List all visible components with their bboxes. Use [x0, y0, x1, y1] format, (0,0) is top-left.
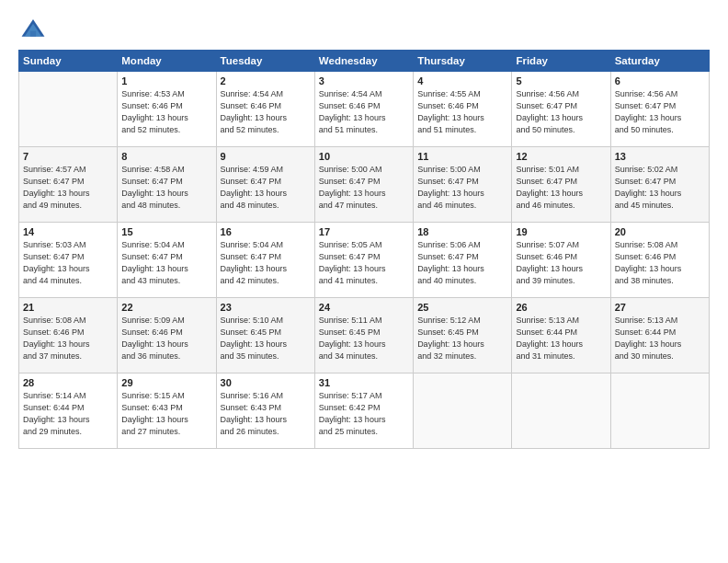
day-content: Sunrise: 5:17 AM Sunset: 6:42 PM Dayligh…: [319, 390, 409, 438]
day-content: Sunrise: 5:00 AM Sunset: 6:47 PM Dayligh…: [417, 164, 507, 212]
day-number: 20: [615, 226, 705, 237]
day-number: 28: [23, 377, 113, 388]
calendar-cell: 28Sunrise: 5:14 AM Sunset: 6:44 PM Dayli…: [19, 373, 118, 449]
day-content: Sunrise: 5:16 AM Sunset: 6:43 PM Dayligh…: [221, 390, 311, 438]
calendar-table: SundayMondayTuesdayWednesdayThursdayFrid…: [18, 50, 710, 449]
calendar-cell: 17Sunrise: 5:05 AM Sunset: 6:47 PM Dayli…: [314, 223, 413, 298]
day-content: Sunrise: 4:56 AM Sunset: 6:47 PM Dayligh…: [615, 88, 705, 136]
day-content: Sunrise: 4:56 AM Sunset: 6:47 PM Dayligh…: [516, 88, 606, 136]
day-number: 9: [221, 151, 311, 162]
day-content: Sunrise: 4:54 AM Sunset: 6:46 PM Dayligh…: [221, 88, 311, 136]
calendar-cell: 22Sunrise: 5:09 AM Sunset: 6:46 PM Dayli…: [118, 298, 216, 373]
calendar-cell: 15Sunrise: 5:04 AM Sunset: 6:47 PM Dayli…: [118, 223, 216, 298]
day-number: 5: [516, 75, 606, 86]
day-content: Sunrise: 5:07 AM Sunset: 6:46 PM Dayligh…: [516, 239, 606, 287]
calendar-cell: 9Sunrise: 4:59 AM Sunset: 6:47 PM Daylig…: [216, 147, 314, 223]
calendar-cell: 20Sunrise: 5:08 AM Sunset: 6:46 PM Dayli…: [610, 223, 709, 298]
calendar-cell: [512, 373, 610, 449]
day-number: 6: [615, 75, 705, 86]
day-number: 3: [319, 75, 409, 86]
day-number: 11: [417, 151, 507, 162]
calendar-cell: [414, 373, 512, 449]
day-content: Sunrise: 5:04 AM Sunset: 6:47 PM Dayligh…: [121, 239, 211, 287]
day-content: Sunrise: 4:59 AM Sunset: 6:47 PM Dayligh…: [221, 164, 311, 212]
day-number: 31: [319, 377, 409, 388]
day-number: 21: [23, 302, 113, 313]
day-number: 18: [417, 226, 507, 237]
header-day-wednesday: Wednesday: [314, 51, 413, 72]
logo-icon: [20, 17, 46, 42]
logo: [18, 17, 50, 42]
day-content: Sunrise: 5:08 AM Sunset: 6:46 PM Dayligh…: [615, 239, 705, 287]
calendar-cell: 31Sunrise: 5:17 AM Sunset: 6:42 PM Dayli…: [314, 373, 413, 449]
day-number: 26: [516, 302, 606, 313]
day-content: Sunrise: 5:14 AM Sunset: 6:44 PM Dayligh…: [23, 390, 113, 438]
day-content: Sunrise: 5:11 AM Sunset: 6:45 PM Dayligh…: [319, 315, 409, 362]
calendar-week-row: 28Sunrise: 5:14 AM Sunset: 6:44 PM Dayli…: [19, 373, 710, 449]
page-header: [18, 17, 710, 42]
calendar-cell: 18Sunrise: 5:06 AM Sunset: 6:47 PM Dayli…: [414, 223, 512, 298]
day-number: 23: [221, 302, 311, 313]
calendar-cell: 25Sunrise: 5:12 AM Sunset: 6:45 PM Dayli…: [414, 298, 512, 373]
day-number: 1: [121, 75, 211, 86]
day-content: Sunrise: 4:55 AM Sunset: 6:46 PM Dayligh…: [417, 88, 507, 136]
day-number: 25: [417, 302, 507, 313]
day-content: Sunrise: 5:04 AM Sunset: 6:47 PM Dayligh…: [221, 239, 311, 287]
day-content: Sunrise: 5:12 AM Sunset: 6:45 PM Dayligh…: [417, 315, 507, 362]
calendar-header-row: SundayMondayTuesdayWednesdayThursdayFrid…: [19, 51, 710, 72]
day-content: Sunrise: 5:06 AM Sunset: 6:47 PM Dayligh…: [417, 239, 507, 287]
day-content: Sunrise: 5:13 AM Sunset: 6:44 PM Dayligh…: [615, 315, 705, 362]
calendar-cell: 21Sunrise: 5:08 AM Sunset: 6:46 PM Dayli…: [19, 298, 118, 373]
day-content: Sunrise: 4:57 AM Sunset: 6:47 PM Dayligh…: [23, 164, 113, 212]
calendar-cell: 24Sunrise: 5:11 AM Sunset: 6:45 PM Dayli…: [314, 298, 413, 373]
calendar-cell: [610, 373, 709, 449]
calendar-cell: 11Sunrise: 5:00 AM Sunset: 6:47 PM Dayli…: [414, 147, 512, 223]
day-number: 13: [615, 151, 705, 162]
day-number: 4: [417, 75, 507, 86]
day-number: 7: [23, 151, 113, 162]
day-number: 30: [221, 377, 311, 388]
day-number: 15: [121, 226, 211, 237]
calendar-cell: 2Sunrise: 4:54 AM Sunset: 6:46 PM Daylig…: [216, 72, 314, 147]
calendar-week-row: 14Sunrise: 5:03 AM Sunset: 6:47 PM Dayli…: [19, 223, 710, 298]
day-number: 24: [319, 302, 409, 313]
calendar-cell: 29Sunrise: 5:15 AM Sunset: 6:43 PM Dayli…: [118, 373, 216, 449]
header-day-saturday: Saturday: [610, 51, 709, 72]
day-number: 29: [121, 377, 211, 388]
header-day-thursday: Thursday: [414, 51, 512, 72]
calendar-cell: 5Sunrise: 4:56 AM Sunset: 6:47 PM Daylig…: [512, 72, 610, 147]
calendar-cell: 8Sunrise: 4:58 AM Sunset: 6:47 PM Daylig…: [118, 147, 216, 223]
day-content: Sunrise: 5:15 AM Sunset: 6:43 PM Dayligh…: [121, 390, 211, 438]
calendar-cell: 26Sunrise: 5:13 AM Sunset: 6:44 PM Dayli…: [512, 298, 610, 373]
calendar-cell: 23Sunrise: 5:10 AM Sunset: 6:45 PM Dayli…: [216, 298, 314, 373]
calendar-cell: 4Sunrise: 4:55 AM Sunset: 6:46 PM Daylig…: [414, 72, 512, 147]
day-content: Sunrise: 4:58 AM Sunset: 6:47 PM Dayligh…: [121, 164, 211, 212]
header-day-friday: Friday: [512, 51, 610, 72]
day-content: Sunrise: 5:00 AM Sunset: 6:47 PM Dayligh…: [319, 164, 409, 212]
calendar-cell: 14Sunrise: 5:03 AM Sunset: 6:47 PM Dayli…: [19, 223, 118, 298]
svg-rect-2: [30, 31, 36, 37]
day-number: 14: [23, 226, 113, 237]
day-content: Sunrise: 4:53 AM Sunset: 6:46 PM Dayligh…: [121, 88, 211, 136]
calendar-week-row: 7Sunrise: 4:57 AM Sunset: 6:47 PM Daylig…: [19, 147, 710, 223]
day-content: Sunrise: 5:02 AM Sunset: 6:47 PM Dayligh…: [615, 164, 705, 212]
day-number: 8: [121, 151, 211, 162]
day-content: Sunrise: 5:10 AM Sunset: 6:45 PM Dayligh…: [221, 315, 311, 362]
day-number: 27: [615, 302, 705, 313]
calendar-cell: 10Sunrise: 5:00 AM Sunset: 6:47 PM Dayli…: [314, 147, 413, 223]
day-number: 16: [221, 226, 311, 237]
day-content: Sunrise: 5:08 AM Sunset: 6:46 PM Dayligh…: [23, 315, 113, 362]
calendar-cell: 3Sunrise: 4:54 AM Sunset: 6:46 PM Daylig…: [314, 72, 413, 147]
day-number: 2: [221, 75, 311, 86]
day-number: 17: [319, 226, 409, 237]
calendar-cell: 7Sunrise: 4:57 AM Sunset: 6:47 PM Daylig…: [19, 147, 118, 223]
day-content: Sunrise: 4:54 AM Sunset: 6:46 PM Dayligh…: [319, 88, 409, 136]
header-day-monday: Monday: [118, 51, 216, 72]
calendar-week-row: 21Sunrise: 5:08 AM Sunset: 6:46 PM Dayli…: [19, 298, 710, 373]
calendar-cell: 30Sunrise: 5:16 AM Sunset: 6:43 PM Dayli…: [216, 373, 314, 449]
header-day-tuesday: Tuesday: [216, 51, 314, 72]
header-day-sunday: Sunday: [19, 51, 118, 72]
calendar-week-row: 1Sunrise: 4:53 AM Sunset: 6:46 PM Daylig…: [19, 72, 710, 147]
day-number: 12: [516, 151, 606, 162]
calendar-cell: 13Sunrise: 5:02 AM Sunset: 6:47 PM Dayli…: [610, 147, 709, 223]
